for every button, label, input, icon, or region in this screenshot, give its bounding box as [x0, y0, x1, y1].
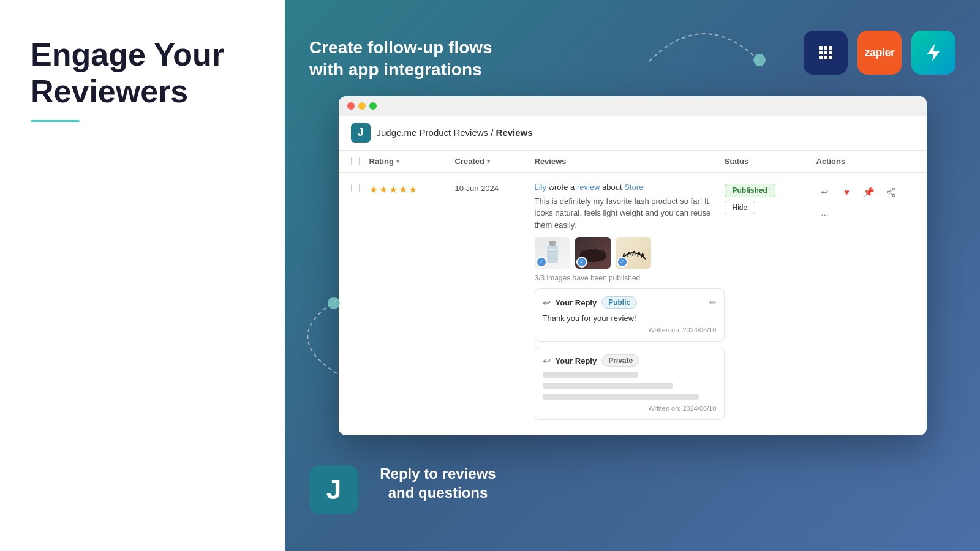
review-images: ✓ ✓: [535, 237, 725, 269]
public-reply-text: Thank you for your review!: [543, 313, 717, 323]
star-1: ★: [369, 184, 378, 195]
public-reply-arrow-icon: ↩: [543, 297, 551, 309]
column-header-reviews: Reviews: [535, 157, 725, 166]
created-dropdown-arrow: ▾: [487, 158, 490, 165]
star-rating: ★ ★ ★ ★ ★: [369, 184, 455, 195]
private-reply-arrow-icon: ↩: [543, 355, 551, 367]
column-header-rating[interactable]: Rating ▾: [369, 157, 455, 166]
image-check-2: ✓: [576, 257, 587, 268]
titlebar-dot-yellow: [358, 102, 366, 110]
reviewer-about-text: about: [602, 182, 624, 192]
svg-line-11: [889, 193, 892, 195]
browser-window: J Judge.me Product Reviews / Reviews Rat…: [339, 96, 927, 436]
row-checkbox[interactable]: [351, 184, 360, 192]
private-badge: Private: [601, 354, 639, 367]
public-reply-header: ↩ Your Reply Public ✏: [543, 296, 717, 309]
left-panel: Engage Your Reviewers: [0, 0, 285, 551]
svg-rect-5: [548, 249, 557, 250]
grid-app-icon: [804, 31, 848, 75]
table-row: ★ ★ ★ ★ ★ 10 Jun 2024 Lily wrote a revie…: [339, 173, 927, 436]
svg-point-0: [753, 54, 766, 66]
images-published-label: 3/3 images have been published: [535, 274, 725, 282]
column-header-created[interactable]: Created ▾: [455, 157, 535, 166]
pin-action-icon[interactable]: 📌: [861, 184, 878, 201]
review-link[interactable]: review: [577, 182, 600, 192]
reviews-table: Rating ▾ Created ▾ Reviews Status Action…: [339, 151, 927, 436]
j-logo-bottom: J: [309, 465, 358, 514]
review-image-2[interactable]: ✓: [575, 237, 611, 269]
review-image-1[interactable]: ✓: [535, 237, 570, 269]
star-2: ★: [379, 184, 388, 195]
published-badge: Published: [725, 184, 775, 197]
column-header-status: Status: [725, 157, 816, 166]
app-logo: J: [351, 123, 371, 143]
breadcrumb-base: Judge.me Product Reviews /: [377, 127, 496, 138]
table-header: Rating ▾ Created ▾ Reviews Status Action…: [339, 151, 927, 173]
review-body-text: This is definitely my favorite lash prod…: [535, 195, 725, 231]
reply-cta-text: Reply to reviews and questions: [377, 464, 499, 502]
titlebar-dot-green: [369, 102, 377, 110]
private-reply-header: ↩ Your Reply Private: [543, 354, 717, 367]
rating-dropdown-arrow: ▾: [396, 158, 399, 165]
header-checkbox[interactable]: [351, 157, 360, 165]
right-panel: Create follow-up flows with app integrat…: [285, 0, 980, 551]
breadcrumb: Judge.me Product Reviews / Reviews: [377, 127, 533, 138]
zapier-icon: zapier: [858, 31, 902, 75]
svg-point-8: [887, 191, 889, 193]
reviewer-name-link[interactable]: Lily: [535, 182, 547, 192]
svg-rect-3: [549, 241, 556, 246]
breadcrumb-current: Reviews: [496, 127, 533, 138]
private-skeleton-2: [543, 383, 673, 389]
private-skeleton-3: [543, 394, 699, 400]
actions-cell: ↩ ♥ 📌 ···: [816, 182, 914, 223]
public-reply-label: Your Reply: [556, 298, 597, 307]
status-cell: Published Hide: [725, 182, 816, 214]
svg-rect-4: [547, 246, 558, 263]
top-section: Create follow-up flows with app integrat…: [309, 24, 956, 81]
public-badge: Public: [601, 296, 637, 309]
private-reply-label: Your Reply: [556, 356, 597, 365]
heart-action-icon[interactable]: ♥: [839, 184, 856, 201]
reviewer-line: Lily wrote a review about Store: [535, 182, 725, 192]
dashed-arc-top: [643, 18, 766, 67]
review-content: Lily wrote a review about Store This is …: [535, 182, 725, 425]
reply-action-icon[interactable]: ↩: [816, 184, 834, 201]
page-title: Engage Your Reviewers: [31, 37, 254, 110]
svg-point-1: [328, 297, 340, 309]
public-reply-edit-icon[interactable]: ✏: [709, 298, 717, 307]
star-5: ★: [409, 184, 417, 195]
star-4: ★: [399, 184, 407, 195]
column-header-actions: Actions: [816, 157, 914, 166]
browser-titlebar: [339, 96, 927, 116]
title-underline: [31, 120, 80, 122]
star-3: ★: [389, 184, 398, 195]
hide-button[interactable]: Hide: [725, 201, 756, 214]
svg-point-9: [892, 194, 895, 197]
top-headline: Create follow-up flows with app integrat…: [309, 37, 505, 81]
share-action-icon[interactable]: [883, 184, 900, 201]
image-check-1: ✓: [536, 257, 547, 268]
review-date: 10 Jun 2024: [455, 182, 535, 193]
store-link[interactable]: Store: [624, 182, 643, 192]
review-image-3[interactable]: ✓: [616, 237, 651, 269]
private-reply-date: Written on: 2024/06/10: [543, 405, 717, 412]
private-reply-box: ↩ Your Reply Private Written on: 2024/06…: [535, 347, 725, 420]
public-reply-date: Written on: 2024/06/10: [543, 326, 717, 334]
dashed-arc-left: [285, 294, 346, 380]
private-skeleton-1: [543, 372, 638, 378]
integration-icons: zapier: [804, 31, 956, 75]
svg-point-7: [892, 188, 895, 190]
flash-icon: [911, 31, 956, 75]
reviewer-action-text: wrote a: [549, 182, 577, 192]
titlebar-dot-red: [347, 102, 355, 110]
svg-marker-2: [927, 44, 940, 61]
image-check-3: ✓: [617, 257, 628, 268]
svg-line-10: [889, 190, 892, 192]
public-reply-box: ↩ Your Reply Public ✏ Thank you for your…: [535, 288, 725, 342]
app-header: J Judge.me Product Reviews / Reviews: [339, 116, 927, 151]
more-action-icon[interactable]: ···: [816, 206, 834, 223]
